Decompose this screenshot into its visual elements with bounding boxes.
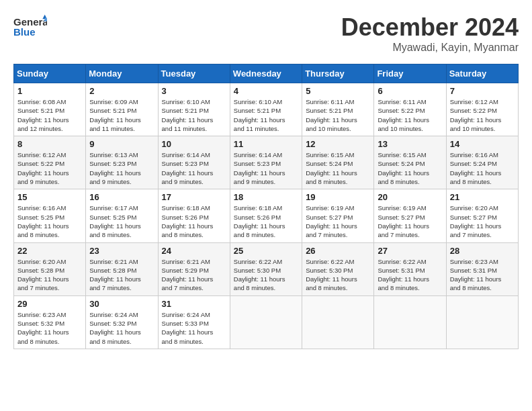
day-number: 5 xyxy=(306,86,370,96)
day-number: 4 xyxy=(234,86,298,96)
day-number: 23 xyxy=(89,246,154,256)
calendar-cell: 27Sunrise: 6:22 AM Sunset: 5:31 PM Dayli… xyxy=(374,242,446,295)
day-number: 16 xyxy=(89,192,154,202)
day-info: Sunrise: 6:23 AM Sunset: 5:31 PM Dayligh… xyxy=(450,257,515,293)
day-number: 30 xyxy=(89,299,154,309)
day-info: Sunrise: 6:15 AM Sunset: 5:24 PM Dayligh… xyxy=(306,150,370,186)
day-info: Sunrise: 6:21 AM Sunset: 5:28 PM Dayligh… xyxy=(89,257,154,293)
day-info: Sunrise: 6:22 AM Sunset: 5:30 PM Dayligh… xyxy=(306,257,370,293)
logo-icon: General Blue xyxy=(13,13,47,40)
calendar-cell: 20Sunrise: 6:19 AM Sunset: 5:27 PM Dayli… xyxy=(374,189,446,242)
calendar-cell: 5Sunrise: 6:11 AM Sunset: 5:21 PM Daylig… xyxy=(302,83,374,136)
day-number: 10 xyxy=(162,139,226,149)
day-number: 7 xyxy=(450,86,515,96)
calendar-cell: 13Sunrise: 6:15 AM Sunset: 5:24 PM Dayli… xyxy=(374,136,446,189)
day-info: Sunrise: 6:16 AM Sunset: 5:24 PM Dayligh… xyxy=(450,150,515,186)
calendar-cell: 14Sunrise: 6:16 AM Sunset: 5:24 PM Dayli… xyxy=(446,136,518,189)
svg-text:Blue: Blue xyxy=(13,26,36,38)
title-area: December 2024 Myawadi, Kayin, Myanmar xyxy=(341,13,519,54)
calendar-cell: 11Sunrise: 6:14 AM Sunset: 5:23 PM Dayli… xyxy=(230,136,302,189)
day-info: Sunrise: 6:19 AM Sunset: 5:27 PM Dayligh… xyxy=(378,203,442,239)
day-info: Sunrise: 6:24 AM Sunset: 5:33 PM Dayligh… xyxy=(162,310,226,346)
day-info: Sunrise: 6:24 AM Sunset: 5:32 PM Dayligh… xyxy=(89,310,154,346)
day-info: Sunrise: 6:22 AM Sunset: 5:30 PM Dayligh… xyxy=(234,257,298,293)
calendar-cell: 4Sunrise: 6:10 AM Sunset: 5:21 PM Daylig… xyxy=(230,83,302,136)
day-info: Sunrise: 6:17 AM Sunset: 5:25 PM Dayligh… xyxy=(89,203,154,239)
day-info: Sunrise: 6:20 AM Sunset: 5:27 PM Dayligh… xyxy=(450,203,515,239)
day-header-thursday: Thursday xyxy=(302,64,374,83)
day-info: Sunrise: 6:19 AM Sunset: 5:27 PM Dayligh… xyxy=(306,203,370,239)
day-number: 20 xyxy=(378,192,442,202)
day-number: 15 xyxy=(17,192,82,202)
day-info: Sunrise: 6:21 AM Sunset: 5:29 PM Dayligh… xyxy=(162,257,226,293)
calendar-cell: 24Sunrise: 6:21 AM Sunset: 5:29 PM Dayli… xyxy=(158,242,230,295)
day-number: 12 xyxy=(306,139,370,149)
calendar-cell: 19Sunrise: 6:19 AM Sunset: 5:27 PM Dayli… xyxy=(302,189,374,242)
day-number: 31 xyxy=(162,299,226,309)
calendar-week-3: 15Sunrise: 6:16 AM Sunset: 5:25 PM Dayli… xyxy=(14,189,519,242)
calendar-cell: 25Sunrise: 6:22 AM Sunset: 5:30 PM Dayli… xyxy=(230,242,302,295)
day-info: Sunrise: 6:10 AM Sunset: 5:21 PM Dayligh… xyxy=(162,97,226,133)
day-info: Sunrise: 6:12 AM Sunset: 5:22 PM Dayligh… xyxy=(450,97,515,133)
day-number: 17 xyxy=(162,192,226,202)
day-info: Sunrise: 6:22 AM Sunset: 5:31 PM Dayligh… xyxy=(378,257,442,293)
day-number: 21 xyxy=(450,192,515,202)
day-number: 27 xyxy=(378,246,442,256)
location: Myawadi, Kayin, Myanmar xyxy=(341,42,519,54)
day-number: 6 xyxy=(378,86,442,96)
calendar-cell: 8Sunrise: 6:12 AM Sunset: 5:22 PM Daylig… xyxy=(14,136,86,189)
day-info: Sunrise: 6:12 AM Sunset: 5:22 PM Dayligh… xyxy=(17,150,82,186)
day-info: Sunrise: 6:13 AM Sunset: 5:23 PM Dayligh… xyxy=(89,150,154,186)
day-number: 11 xyxy=(234,139,298,149)
day-number: 14 xyxy=(450,139,515,149)
day-info: Sunrise: 6:14 AM Sunset: 5:23 PM Dayligh… xyxy=(234,150,298,186)
calendar-cell: 30Sunrise: 6:24 AM Sunset: 5:32 PM Dayli… xyxy=(86,295,158,349)
calendar-week-4: 22Sunrise: 6:20 AM Sunset: 5:28 PM Dayli… xyxy=(14,242,519,295)
calendar-week-2: 8Sunrise: 6:12 AM Sunset: 5:22 PM Daylig… xyxy=(14,136,519,189)
day-number: 26 xyxy=(306,246,370,256)
day-info: Sunrise: 6:11 AM Sunset: 5:22 PM Dayligh… xyxy=(378,97,442,133)
day-header-sunday: Sunday xyxy=(14,64,86,83)
calendar-cell: 9Sunrise: 6:13 AM Sunset: 5:23 PM Daylig… xyxy=(86,136,158,189)
day-number: 24 xyxy=(162,246,226,256)
calendar-cell: 1Sunrise: 6:08 AM Sunset: 5:21 PM Daylig… xyxy=(14,83,86,136)
day-number: 3 xyxy=(162,86,226,96)
day-header-tuesday: Tuesday xyxy=(158,64,230,83)
calendar-header-row: SundayMondayTuesdayWednesdayThursdayFrid… xyxy=(14,64,519,83)
calendar-cell: 21Sunrise: 6:20 AM Sunset: 5:27 PM Dayli… xyxy=(446,189,518,242)
calendar-cell: 7Sunrise: 6:12 AM Sunset: 5:22 PM Daylig… xyxy=(446,83,518,136)
day-number: 22 xyxy=(17,246,82,256)
day-info: Sunrise: 6:18 AM Sunset: 5:26 PM Dayligh… xyxy=(162,203,226,239)
calendar-cell: 2Sunrise: 6:09 AM Sunset: 5:21 PM Daylig… xyxy=(86,83,158,136)
day-number: 9 xyxy=(89,139,154,149)
day-number: 2 xyxy=(89,86,154,96)
calendar-cell xyxy=(302,295,374,349)
calendar-cell: 6Sunrise: 6:11 AM Sunset: 5:22 PM Daylig… xyxy=(374,83,446,136)
logo: General Blue xyxy=(13,13,47,40)
day-header-monday: Monday xyxy=(86,64,158,83)
calendar-week-5: 29Sunrise: 6:23 AM Sunset: 5:32 PM Dayli… xyxy=(14,295,519,349)
calendar-table: SundayMondayTuesdayWednesdayThursdayFrid… xyxy=(13,64,519,349)
calendar-cell: 10Sunrise: 6:14 AM Sunset: 5:23 PM Dayli… xyxy=(158,136,230,189)
calendar-cell: 23Sunrise: 6:21 AM Sunset: 5:28 PM Dayli… xyxy=(86,242,158,295)
calendar-cell: 12Sunrise: 6:15 AM Sunset: 5:24 PM Dayli… xyxy=(302,136,374,189)
day-number: 19 xyxy=(306,192,370,202)
day-info: Sunrise: 6:11 AM Sunset: 5:21 PM Dayligh… xyxy=(306,97,370,133)
calendar-cell: 17Sunrise: 6:18 AM Sunset: 5:26 PM Dayli… xyxy=(158,189,230,242)
day-number: 1 xyxy=(17,86,82,96)
day-number: 18 xyxy=(234,192,298,202)
day-number: 25 xyxy=(234,246,298,256)
calendar-cell xyxy=(446,295,518,349)
day-info: Sunrise: 6:14 AM Sunset: 5:23 PM Dayligh… xyxy=(162,150,226,186)
day-info: Sunrise: 6:10 AM Sunset: 5:21 PM Dayligh… xyxy=(234,97,298,133)
day-info: Sunrise: 6:20 AM Sunset: 5:28 PM Dayligh… xyxy=(17,257,82,293)
day-number: 13 xyxy=(378,139,442,149)
calendar-cell xyxy=(230,295,302,349)
day-info: Sunrise: 6:18 AM Sunset: 5:26 PM Dayligh… xyxy=(234,203,298,239)
day-header-friday: Friday xyxy=(374,64,446,83)
calendar-cell: 26Sunrise: 6:22 AM Sunset: 5:30 PM Dayli… xyxy=(302,242,374,295)
calendar-cell xyxy=(374,295,446,349)
page-header: General Blue December 2024 Myawadi, Kayi… xyxy=(13,13,519,54)
day-number: 8 xyxy=(17,139,82,149)
day-header-wednesday: Wednesday xyxy=(230,64,302,83)
